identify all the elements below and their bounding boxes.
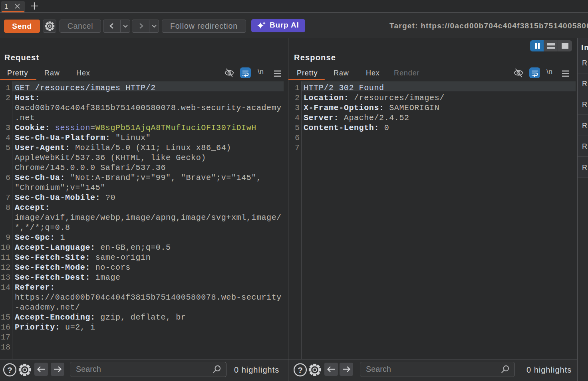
svg-text:?: ? bbox=[7, 365, 12, 375]
svg-text:?: ? bbox=[298, 365, 303, 375]
